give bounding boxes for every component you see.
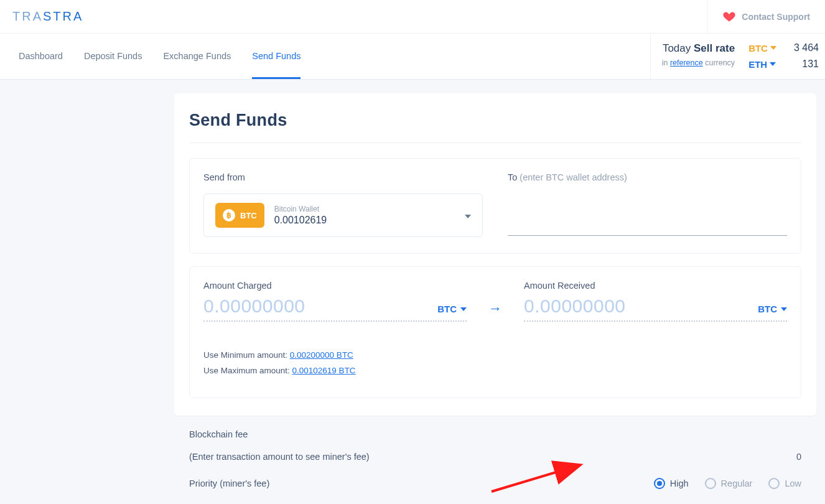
rate-currency: BTC bbox=[748, 43, 776, 54]
amount-received-value[interactable]: 0.00000000 bbox=[524, 296, 626, 317]
chevron-down-icon bbox=[781, 307, 787, 311]
priority-high[interactable]: High bbox=[654, 478, 689, 489]
rate-currency: ETH bbox=[748, 59, 776, 70]
tab-dashboard[interactable]: Dashboard bbox=[19, 34, 63, 79]
rate-value: 131 bbox=[802, 58, 819, 70]
rate-value: 3 464 bbox=[794, 42, 819, 54]
send-funds-card: Send Funds Send from ฿ BTC Bitcoin Walle… bbox=[174, 93, 816, 416]
brand-logo[interactable]: TRASTRA bbox=[0, 0, 83, 33]
radio-label: Regular bbox=[721, 478, 753, 488]
priority-low[interactable]: Low bbox=[768, 478, 801, 489]
bitcoin-icon: ฿ bbox=[223, 209, 235, 222]
max-amount-line: Use Maximum amount: 0.00102619 BTC bbox=[203, 366, 787, 375]
chevron-down-icon bbox=[770, 46, 776, 50]
wallet-name: Bitcoin Wallet bbox=[274, 205, 455, 213]
wallet-balance: 0.00102619 bbox=[274, 215, 455, 226]
fee-value: 0 bbox=[796, 452, 801, 462]
brand-right: STRA bbox=[43, 9, 83, 24]
chevron-down-icon bbox=[770, 62, 776, 66]
reference-link[interactable]: reference bbox=[670, 58, 703, 67]
amount-charged-label: Amount Charged bbox=[203, 281, 467, 291]
max-amount-link[interactable]: 0.00102619 BTC bbox=[292, 366, 356, 375]
rate-row-eth[interactable]: ETH 131 bbox=[748, 58, 819, 70]
fee-section-label: Blockchain fee bbox=[189, 429, 801, 439]
radio-label: High bbox=[670, 478, 689, 488]
topbar: TRASTRA Contact Support bbox=[0, 0, 825, 34]
min-amount-line: Use Minimum amount: 0.00200000 BTC bbox=[203, 350, 787, 360]
radio-icon bbox=[768, 478, 780, 489]
divider bbox=[189, 142, 801, 143]
radio-icon bbox=[654, 478, 665, 489]
chevron-down-icon bbox=[465, 210, 471, 221]
fee-hint: (Enter transaction amount to see miner's… bbox=[189, 452, 370, 462]
amount-received-label: Amount Received bbox=[524, 281, 787, 291]
priority-regular[interactable]: Regular bbox=[705, 478, 753, 489]
rate-row-btc[interactable]: BTC 3 464 bbox=[748, 42, 819, 54]
rates-subtitle: in reference currency bbox=[662, 58, 735, 67]
brand-left: TRA bbox=[12, 9, 43, 24]
chevron-down-icon bbox=[460, 307, 467, 311]
tab-exchange-funds[interactable]: Exchange Funds bbox=[163, 34, 231, 79]
amount-charged-currency[interactable]: BTC bbox=[437, 304, 467, 314]
amount-panel: Amount Charged 0.00000000 BTC → Amount R… bbox=[189, 266, 801, 398]
to-label: To (enter BTC wallet address) bbox=[508, 172, 787, 182]
amount-received-currency[interactable]: BTC bbox=[758, 304, 787, 314]
rates-panel: Today Sell rate in reference currency BT… bbox=[650, 34, 825, 79]
nav-tabs: DashboardDeposit FundsExchange FundsSend… bbox=[0, 34, 301, 79]
min-amount-link[interactable]: 0.00200000 BTC bbox=[290, 350, 353, 360]
fee-section: Blockchain fee (Enter transaction amount… bbox=[174, 427, 816, 492]
to-address-input[interactable] bbox=[508, 210, 787, 236]
support-label: Contact Support bbox=[742, 12, 810, 22]
from-to-panel: Send from ฿ BTC Bitcoin Wallet 0.0010261… bbox=[189, 158, 801, 254]
wallet-selector[interactable]: ฿ BTC Bitcoin Wallet 0.00102619 bbox=[203, 194, 483, 237]
tab-send-funds[interactable]: Send Funds bbox=[252, 34, 301, 79]
send-from-label: Send from bbox=[203, 172, 483, 182]
tab-deposit-funds[interactable]: Deposit Funds bbox=[84, 34, 142, 79]
radio-label: Low bbox=[785, 478, 801, 488]
nav-row: DashboardDeposit FundsExchange FundsSend… bbox=[0, 34, 825, 80]
heart-icon bbox=[723, 11, 735, 23]
radio-icon bbox=[705, 478, 716, 489]
page-title: Send Funds bbox=[189, 111, 801, 130]
btc-badge: ฿ BTC bbox=[215, 203, 264, 228]
contact-support-button[interactable]: Contact Support bbox=[707, 0, 825, 33]
priority-label: Priority (miner's fee) bbox=[189, 478, 269, 488]
priority-radios: HighRegularLow bbox=[654, 478, 801, 489]
arrow-right-icon: → bbox=[477, 281, 514, 317]
rates-title: Today Sell rate bbox=[662, 42, 735, 55]
amount-charged-value[interactable]: 0.00000000 bbox=[203, 296, 305, 317]
